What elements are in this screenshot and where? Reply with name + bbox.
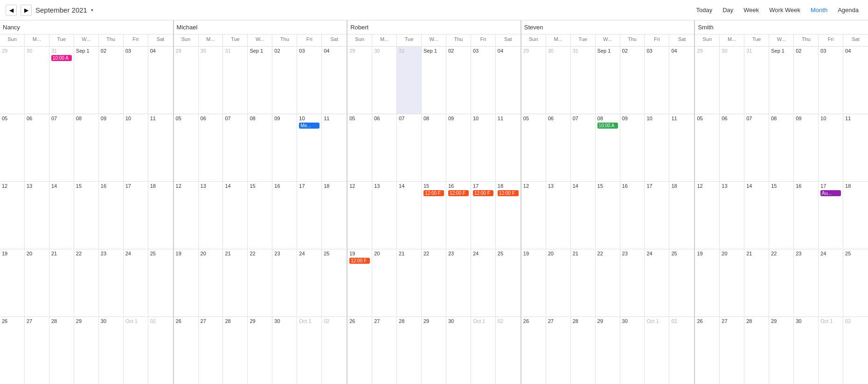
week-row: 29 30 31 Sep 1 02 03 04	[695, 47, 868, 114]
person-name-robert: Robert	[347, 21, 521, 34]
event[interactable]: 12:00 F	[473, 190, 493, 196]
week-row: 12 13 14 15 16 17 Au... 18	[695, 182, 868, 249]
dh-sat: Sat	[148, 34, 173, 46]
day-cell[interactable]: 16	[99, 182, 124, 249]
event[interactable]: 12:00 F	[498, 190, 519, 196]
week-row: 05 06 07 08 09 10 11	[0, 114, 173, 182]
day-cell[interactable]: 13	[25, 182, 49, 249]
view-today[interactable]: Today	[693, 5, 716, 15]
event[interactable]: 12:00 F	[424, 190, 444, 196]
day-cell[interactable]: 11	[148, 114, 173, 181]
week-row: 19 20 21 22 23 24 25	[521, 249, 694, 317]
dh-mon: M...	[25, 34, 49, 46]
day-cell[interactable]: 18	[148, 182, 173, 249]
day-cell[interactable]: 29	[74, 317, 99, 384]
day-cell[interactable]: 17	[124, 182, 148, 249]
day-cell[interactable]: 02	[148, 317, 173, 384]
week-row: 26 27 28 29 30 Oct 1 02	[174, 317, 347, 384]
header-left: ◀ ▶ September 2021 ▾	[6, 5, 93, 16]
day-cell[interactable]: 04	[148, 47, 173, 114]
week-row: 26 27 28 29 30 Oct 1 02	[0, 317, 173, 384]
event[interactable]: 10:00 A	[597, 123, 618, 129]
view-day[interactable]: Day	[719, 5, 737, 15]
day-headers-steven: Sun M... Tue W... Thu Fri Sat	[521, 34, 694, 47]
dh-sun: Sun	[0, 34, 25, 46]
week-row: 19 20 21 22 23 24 25	[695, 249, 868, 317]
day-cell[interactable]: 10	[124, 114, 148, 181]
day-cell[interactable]: Sep 1	[74, 47, 99, 114]
person-name-michael: Michael	[174, 21, 347, 34]
person-name-steven: Steven	[521, 21, 694, 34]
day-cell[interactable]: 20	[25, 249, 49, 316]
person-section-steven: Steven Sun M... Tue W... Thu Fri Sat 29 …	[521, 21, 695, 384]
week-row: 05 06 07 08 10:00 A 09 10 11	[521, 114, 694, 182]
week-row: 26 27 28 29 30 Oct 1 02	[347, 317, 521, 384]
person-section-robert: Robert Sun M... Tue W... Thu Fri Sat 29 …	[347, 21, 521, 384]
day-cell[interactable]: 29	[0, 47, 25, 114]
view-workweek[interactable]: Work Week	[765, 5, 804, 15]
day-headers-smith: Sun M... Tue W... Thu Fri Sat	[695, 34, 868, 47]
weeks-steven: 29 30 31 Sep 1 02 03 04 05 06 07 08 10:0…	[521, 47, 694, 384]
day-cell[interactable]: 31 10:00 A	[49, 47, 74, 114]
day-cell[interactable]: 08	[74, 114, 99, 181]
day-cell[interactable]: Oct 1	[124, 317, 148, 384]
person-name-nancy: Nancy	[0, 21, 173, 34]
day-cell[interactable]: 02	[99, 47, 124, 114]
view-month[interactable]: Month	[807, 5, 831, 15]
day-cell[interactable]: 23	[99, 249, 124, 316]
month-title: September 2021	[35, 6, 87, 14]
week-row: 19 12:00 F 20 21 22 23 24 25	[347, 249, 521, 317]
dh-tue: Tue	[49, 34, 74, 46]
day-cell[interactable]: 30	[25, 47, 49, 114]
day-cell[interactable]: 07	[49, 114, 74, 181]
day-cell[interactable]: 25	[148, 249, 173, 316]
prev-button[interactable]: ◀	[6, 5, 17, 16]
week-row: 19 20 21 22 23 24 25	[0, 249, 173, 317]
week-row: 05 06 07 08 09 10 11	[347, 114, 521, 182]
day-cell[interactable]: 26	[0, 317, 25, 384]
next-button[interactable]: ▶	[21, 5, 32, 16]
dh-fri: Fri	[124, 34, 148, 46]
event[interactable]: 12:00 F	[349, 258, 370, 264]
dh-thu: Thu	[99, 34, 124, 46]
person-section-michael: Michael Sun M... Tue W... Thu Fri Sat 29…	[174, 21, 348, 384]
day-cell[interactable]: 24	[124, 249, 148, 316]
day-headers-robert: Sun M... Tue W... Thu Fri Sat	[347, 34, 521, 47]
day-cell[interactable]: 27	[25, 317, 49, 384]
week-row: 12 13 14 15 16 17 18	[174, 182, 347, 249]
event[interactable]: 10:00 A	[51, 55, 72, 61]
event[interactable]: 12:00 F	[448, 190, 469, 196]
day-headers-nancy: Sun M... Tue W... Thu Fri Sat	[0, 34, 173, 47]
header-right: Today Day Week Work Week Month Agenda	[693, 5, 863, 15]
week-row: 29 30 31 Sep 1 02 03 04	[347, 47, 521, 114]
day-cell[interactable]: 03	[124, 47, 148, 114]
week-row: 29 30 31 10:00 A Sep 1 02 03 04	[0, 47, 173, 114]
day-cell[interactable]: 30	[99, 317, 124, 384]
day-cell[interactable]: 05	[0, 114, 25, 181]
week-row: 29 30 31 Sep 1 02 03 04	[174, 47, 347, 114]
event[interactable]: Me...	[299, 123, 319, 129]
week-row: 05 06 07 08 09 10 Me... 11	[174, 114, 347, 182]
person-section-nancy: Nancy Sun M... Tue W... Thu Fri Sat 29 3…	[0, 21, 174, 384]
week-row: 12 13 14 15 12:00 F 16 12:00 F 17 12:00 …	[347, 182, 521, 249]
day-cell[interactable]: 28	[49, 317, 74, 384]
day-headers-michael: Sun M... Tue W... Thu Fri Sat	[174, 34, 347, 47]
day-cell[interactable]: 06	[25, 114, 49, 181]
event[interactable]: Au...	[820, 190, 841, 196]
day-cell[interactable]: 21	[49, 249, 74, 316]
calendar-body: Nancy Sun M... Tue W... Thu Fri Sat 29 3…	[0, 21, 868, 384]
day-cell[interactable]: 22	[74, 249, 99, 316]
day-cell[interactable]: 19	[0, 249, 25, 316]
day-cell[interactable]: 15	[74, 182, 99, 249]
week-row: 05 06 07 08 09 10 11	[695, 114, 868, 182]
day-cell[interactable]: 12	[0, 182, 25, 249]
weeks-robert: 29 30 31 Sep 1 02 03 04 05 06 07 08 09 1…	[347, 47, 521, 384]
week-row: 26 27 28 29 30 Oct 1 02	[695, 317, 868, 384]
day-cell[interactable]: 14	[49, 182, 74, 249]
dh-wed: W...	[74, 34, 99, 46]
month-dropdown[interactable]: ▾	[91, 7, 93, 13]
day-cell[interactable]: 09	[99, 114, 124, 181]
view-week[interactable]: Week	[740, 5, 763, 15]
weeks-nancy: 29 30 31 10:00 A Sep 1 02 03 04 05 06 07…	[0, 47, 173, 384]
view-agenda[interactable]: Agenda	[834, 5, 862, 15]
